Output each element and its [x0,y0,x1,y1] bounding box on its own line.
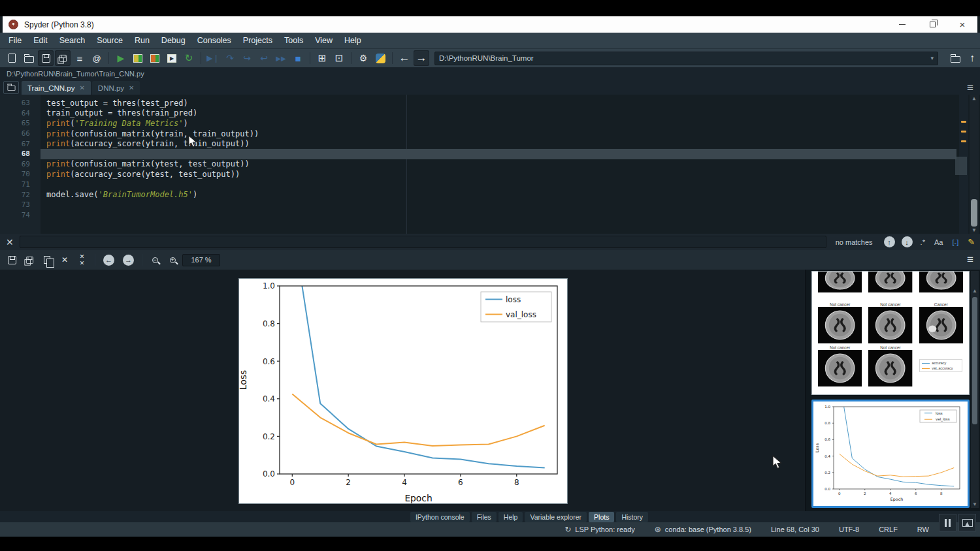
python-path-manager-button[interactable] [372,50,388,66]
browse-directory-button[interactable] [947,50,963,66]
svg-text:0.2: 0.2 [825,471,830,475]
minimize-button[interactable] [887,16,917,33]
code-line-64[interactable]: 64train_output = thres(train_pred) [0,108,980,119]
save-button[interactable] [38,50,54,66]
code-line-72[interactable]: 72model.save('BrainTumorModel.h5') [0,189,980,200]
previous-match-button[interactable]: ↑ [884,236,895,247]
thumbnail-mri-grid-plot[interactable]: Not cancerNot cancerCancerNot cancerNot … [811,271,970,395]
step-into-button[interactable]: ↪ [239,50,255,66]
whole-words-toggle[interactable]: [-] [952,238,958,246]
code-line-65[interactable]: 65print('Training Data Metrics') [0,118,980,129]
regex-toggle[interactable]: .* [921,238,925,246]
pause-button[interactable] [939,514,956,531]
thumbnail-loss-plot-selected[interactable]: 0.00.20.40.60.81.002468EpochLosslossval_… [811,400,970,508]
step-return-button[interactable]: ↩ [256,50,272,66]
menu-view[interactable]: View [309,34,338,47]
code-line-74[interactable]: 74 [0,210,980,221]
next-match-button[interactable]: ↓ [902,236,913,247]
menu-consoles[interactable]: Consoles [191,34,237,47]
code-line-68[interactable]: 68print('Testing Data Metrics') [0,149,980,159]
code-line-73[interactable]: 73 [0,200,980,210]
editor-tab-dnn-py[interactable]: DNN.py✕ [92,81,140,95]
run-cell-advance-button[interactable] [147,50,163,66]
status-label: CRLF [879,526,898,533]
step-over-button[interactable]: ↷ [222,50,238,66]
menu-help[interactable]: Help [338,34,367,47]
pane-tab-history[interactable]: History [616,512,648,522]
save-all-button[interactable] [55,50,71,66]
back-button[interactable]: ← [397,50,412,66]
menu-search[interactable]: Search [54,34,91,47]
debug-file-button[interactable]: ▶❘ [205,50,221,66]
remove-plot-button[interactable]: ✕ [57,252,73,268]
save-plot-button[interactable] [4,252,20,268]
scroll-up-icon[interactable]: ▲ [970,95,979,101]
copy-plot-button[interactable] [39,252,55,268]
scroll-down-icon[interactable]: ▼ [970,227,979,233]
stop-debug-button[interactable]: ■ [290,50,306,66]
run-cell-button[interactable] [130,50,146,66]
working-directory-field[interactable]: D:\PythonRUN\Brain_Tumor▾ [434,52,938,65]
svg-text:0: 0 [289,478,295,487]
rerun-cell-button[interactable]: ↻ [181,50,197,66]
file-switcher-button[interactable]: ≡ [72,50,88,66]
editor-tab-train-cnn-py[interactable]: Train_CNN.py✕ [22,81,91,95]
pane-tab-variable-explorer[interactable]: Variable explorer [525,512,587,522]
pane-tab-files[interactable]: Files [472,512,497,522]
menu-file[interactable]: File [3,34,27,47]
picture-in-picture-button[interactable] [958,514,976,531]
pane-tab-ipython-console[interactable]: IPython console [410,512,470,522]
pane-tab-help[interactable]: Help [498,512,523,522]
zoom-out-button[interactable]: − [147,252,163,268]
symbol-finder-button[interactable]: @ [89,50,105,66]
tab-close-icon[interactable]: ✕ [79,84,84,91]
run-file-button[interactable]: ▶ [113,50,129,66]
parent-directory-button[interactable]: ↑ [964,50,980,66]
highlight-matches-toggle[interactable]: ✎ [968,237,975,247]
new-file-button[interactable] [4,50,20,66]
code-line-67[interactable]: 67print(accuracy_score(ytrain, train_out… [0,138,980,149]
scroll-up-icon[interactable]: ▲ [971,288,979,294]
case-sensitive-toggle[interactable]: Aa [934,238,943,246]
editor-options-menu-icon[interactable]: ≡ [960,82,980,95]
menu-debug[interactable]: Debug [155,34,191,47]
close-button[interactable]: × [947,16,977,33]
tab-close-icon[interactable]: ✕ [129,84,134,91]
forward-button[interactable]: → [414,50,429,66]
code-line-70[interactable]: 70print(accuracy_score(ytest, test_outpu… [0,169,980,180]
continue-execution-button[interactable]: ▶▶ [273,50,289,66]
thumbnails-scrollbar-thumb[interactable] [972,297,977,424]
code-line-69[interactable]: 69print(confusion_matrix(ytest, test_out… [0,159,980,170]
maximize-pane-button[interactable]: ⊞ [314,50,330,66]
code-line-71[interactable]: 71 [0,180,980,190]
scroll-down-icon[interactable]: ▼ [971,501,979,507]
code-line-63[interactable]: 63test_output = thres(test_pred) [0,98,980,108]
menu-edit[interactable]: Edit [27,34,54,47]
run-selection-button[interactable]: ▶ [164,50,180,66]
thumbnails-scrollbar[interactable]: ▲ ▼ [971,271,979,508]
restore-button[interactable] [917,16,947,33]
pane-tab-plots[interactable]: Plots [589,512,614,522]
open-file-button[interactable] [21,50,37,66]
code-line-66[interactable]: 66print(confusion_matrix(ytrain, train_o… [0,129,980,139]
menu-source[interactable]: Source [91,34,129,47]
zoom-level-field[interactable]: 167 % [182,254,220,266]
preferences-wrench-button[interactable]: ⚙ [355,50,371,66]
find-input[interactable] [20,236,826,248]
fullscreen-button[interactable]: ⊡ [331,50,347,66]
remove-all-plots-button[interactable]: ✕✕ [74,252,90,268]
code-editor[interactable]: 63test_output = thres(test_pred)64train_… [0,95,980,234]
previous-plot-button[interactable]: ← [103,255,114,266]
editor-scrollbar[interactable]: ▲ ▼ [970,95,979,234]
editor-scrollbar-thumb[interactable] [971,199,977,227]
next-plot-button[interactable]: → [123,255,134,266]
menu-projects[interactable]: Projects [237,34,278,47]
plots-options-menu-icon[interactable]: ≡ [960,253,980,266]
mri-thumbnail: Cancer [919,300,963,343]
zoom-in-button[interactable]: + [165,252,180,268]
save-all-plots-button[interactable] [22,252,37,268]
find-close-button[interactable]: ✕ [0,237,20,247]
menu-tools[interactable]: Tools [278,34,309,47]
browse-tabs-button[interactable] [3,81,19,94]
menu-run[interactable]: Run [129,34,155,47]
